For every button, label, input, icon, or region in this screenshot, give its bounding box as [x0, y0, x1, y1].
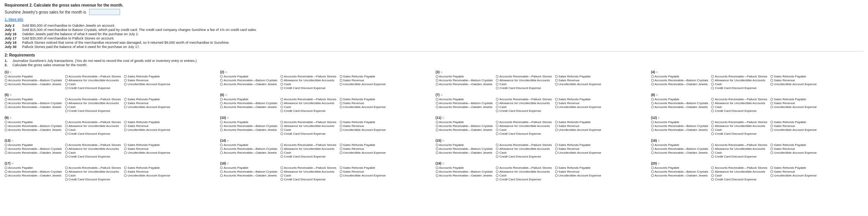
entry-8-col3-opt1[interactable]: Sales Refunds Payable: [770, 98, 816, 101]
entry-3-col2-opt3[interactable]: Cash: [496, 82, 552, 86]
entry-13-col2-opt1[interactable]: Accounts Receivable—Palluck Stones: [65, 143, 121, 147]
entry-4-col1-opt3[interactable]: Accounts Receivable—Oakden Jewels: [651, 82, 708, 86]
entry-2-col2-opt4[interactable]: Credit Card Discount Expense: [280, 86, 337, 90]
entry-5-col2-opt4[interactable]: Credit Card Discount Expense: [65, 109, 121, 113]
entry-6-col2-opt2[interactable]: Allowance for Uncollectible Accounts: [280, 101, 337, 105]
entry-8-col2-opt2[interactable]: Allowance for Uncollectible Accounts: [711, 101, 767, 105]
entry-17-col3-opt1[interactable]: Sales Refunds Payable: [124, 166, 170, 170]
entry-3-col1-opt2[interactable]: Accounts Receivable—Batson Crystals: [436, 79, 493, 82]
entry-7-col3-opt3[interactable]: Uncollectible-Account Expense: [555, 105, 601, 109]
entry-7-col1-opt1[interactable]: Accounts Payable: [436, 98, 493, 101]
entry-12-col1-opt3[interactable]: Accounts Receivable—Oakden Jewels: [651, 128, 708, 132]
entry-5-col1-opt1[interactable]: Accounts Payable: [5, 98, 62, 101]
entry-11-col3-opt1[interactable]: Sales Refunds Payable: [555, 120, 601, 124]
entry-2-col1-opt3[interactable]: Accounts Receivable—Oakden Jewels: [220, 82, 277, 86]
entry-10-col3-opt3[interactable]: Uncollectible-Account Expense: [340, 128, 386, 132]
entry-17-col2-opt4[interactable]: Credit Card Discount Expense: [65, 178, 121, 181]
entry-2-col3-opt1[interactable]: Sales Refunds Payable: [340, 75, 386, 78]
entry-1-col1-opt1[interactable]: Accounts Payable: [5, 75, 62, 78]
entry-20-col3-opt2[interactable]: Sales Revenue: [770, 170, 816, 173]
entry-15-col2-opt4[interactable]: Credit Card Discount Expense: [496, 155, 552, 158]
entry-10-col2-opt2[interactable]: Allowance for Uncollectible Accounts: [280, 124, 337, 128]
entry-7-col1-opt3[interactable]: Accounts Receivable—Oakden Jewels: [436, 105, 493, 109]
entry-17-col1-opt3[interactable]: Accounts Receivable—Oakden Jewels: [5, 174, 62, 177]
entry-3-col3-opt2[interactable]: Sales Revenue: [555, 79, 601, 82]
entry-6-col1-opt1[interactable]: Accounts Payable: [220, 98, 277, 101]
entry-11-col2-opt1[interactable]: Accounts Receivable—Palluck Stones: [496, 120, 552, 124]
entry-6-col2-opt4[interactable]: Credit Card Discount Expense: [280, 109, 337, 113]
entry-16-col3-opt3[interactable]: Uncollectible-Account Expense: [770, 151, 816, 154]
entry-11-col2-opt3[interactable]: Cash: [496, 128, 552, 132]
entry-4-col3-opt3[interactable]: Uncollectible-Account Expense: [770, 82, 816, 86]
entry-9-col3-opt3[interactable]: Uncollectible-Account Expense: [124, 128, 170, 132]
entry-18-col2-opt1[interactable]: Accounts Receivable—Palluck Stones: [280, 166, 337, 170]
entry-11-col2-opt4[interactable]: Credit Card Discount Expense: [496, 132, 552, 135]
entry-5-col1-opt2[interactable]: Accounts Receivable—Batson Crystals: [5, 101, 62, 105]
entry-10-col1-opt3[interactable]: Accounts Receivable—Oakden Jewels: [220, 128, 277, 132]
entry-19-col1-opt2[interactable]: Accounts Receivable—Batson Crystals: [436, 170, 493, 173]
entry-15-col3-opt1[interactable]: Sales Refunds Payable: [555, 143, 601, 147]
entry-20-col2-opt4[interactable]: Credit Card Discount Expense: [711, 178, 767, 181]
entry-1-col1-opt3[interactable]: Accounts Receivable—Oakden Jewels: [5, 82, 62, 86]
entry-3-col3-opt1[interactable]: Sales Refunds Payable: [555, 75, 601, 78]
entry-2-col3-opt3[interactable]: Uncollectible-Account Expense: [340, 82, 386, 86]
entry-2-col1-opt1[interactable]: Accounts Payable: [220, 75, 277, 78]
entry-17-col2-opt2[interactable]: Allowance for Uncollectible Accounts: [65, 170, 121, 173]
entry-9-col3-opt1[interactable]: Sales Refunds Payable: [124, 120, 170, 124]
entry-10-col1-opt1[interactable]: Accounts Payable: [220, 120, 277, 124]
entry-7-col2-opt4[interactable]: Credit Card Discount Expense: [496, 109, 552, 113]
entry-13-col3-opt3[interactable]: Uncollectible-Account Expense: [124, 151, 170, 154]
entry-5-col1-opt3[interactable]: Accounts Receivable—Oakden Jewels: [5, 105, 62, 109]
entry-12-col3-opt3[interactable]: Uncollectible-Account Expense: [770, 128, 816, 132]
entry-18-col3-opt3[interactable]: Uncollectible-Account Expense: [340, 174, 386, 177]
entry-17-col1-opt2[interactable]: Accounts Receivable—Batson Crystals: [5, 170, 62, 173]
entry-5-col2-opt3[interactable]: Cash: [65, 105, 121, 109]
entry-7-col3-opt1[interactable]: Sales Refunds Payable: [555, 98, 601, 101]
entry-18-col1-opt2[interactable]: Accounts Receivable—Batson Crystals: [220, 170, 277, 173]
entry-16-col3-opt2[interactable]: Sales Revenue: [770, 147, 816, 151]
entry-17-col2-opt3[interactable]: Cash: [65, 174, 121, 177]
entry-9-col2-opt2[interactable]: Allowance for Uncollectible Accounts: [65, 124, 121, 128]
entry-9-col1-opt2[interactable]: Accounts Receivable—Batson Crystals: [5, 124, 62, 128]
entry-5-col3-opt3[interactable]: Uncollectible-Account Expense: [124, 105, 170, 109]
entry-8-col2-opt1[interactable]: Accounts Receivable—Palluck Stones: [711, 98, 767, 101]
entry-2-col2-opt3[interactable]: Cash: [280, 82, 337, 86]
entry-6-col1-opt2[interactable]: Accounts Receivable—Batson Crystals: [220, 101, 277, 105]
entry-12-col3-opt1[interactable]: Sales Refunds Payable: [770, 120, 816, 124]
entry-13-col1-opt1[interactable]: Accounts Payable: [5, 143, 62, 147]
entry-20-col2-opt1[interactable]: Accounts Receivable—Palluck Stones: [711, 166, 767, 170]
entry-4-col1-opt2[interactable]: Accounts Receivable—Batson Crystals: [651, 79, 708, 82]
entry-15-col3-opt2[interactable]: Sales Revenue: [555, 147, 601, 151]
entry-14-col1-opt1[interactable]: Accounts Payable: [220, 143, 277, 147]
entry-14-col3-opt1[interactable]: Sales Refunds Payable: [340, 143, 386, 147]
entry-11-col1-opt3[interactable]: Accounts Receivable—Oakden Jewels: [436, 128, 493, 132]
entry-6-col2-opt3[interactable]: Cash: [280, 105, 337, 109]
entry-10-col1-opt2[interactable]: Accounts Receivable—Batson Crystals: [220, 124, 277, 128]
entry-20-col3-opt3[interactable]: Uncollectible-Account Expense: [770, 174, 816, 177]
entry-16-col2-opt4[interactable]: Credit Card Discount Expense: [711, 155, 767, 158]
entry-9-col1-opt3[interactable]: Accounts Receivable—Oakden Jewels: [5, 128, 62, 132]
entry-20-col1-opt1[interactable]: Accounts Payable: [651, 166, 708, 170]
entry-7-col3-opt2[interactable]: Sales Revenue: [555, 101, 601, 105]
entry-13-col2-opt3[interactable]: Cash: [65, 151, 121, 154]
entry-20-col1-opt3[interactable]: Accounts Receivable—Oakden Jewels: [651, 174, 708, 177]
entry-6-col3-opt2[interactable]: Sales Revenue: [340, 101, 386, 105]
entry-19-col3-opt3[interactable]: Uncollectible-Account Expense: [555, 174, 601, 177]
entry-13-col2-opt2[interactable]: Allowance for Uncollectible Accounts: [65, 147, 121, 151]
entry-17-col3-opt2[interactable]: Sales Revenue: [124, 170, 170, 173]
entry-16-col1-opt2[interactable]: Accounts Receivable—Batson Crystals: [651, 147, 708, 151]
entry-17-col1-opt1[interactable]: Accounts Payable: [5, 166, 62, 170]
entry-14-col2-opt3[interactable]: Cash: [280, 151, 337, 154]
gross-sales-input[interactable]: [89, 9, 120, 15]
entry-4-col3-opt1[interactable]: Sales Refunds Payable: [770, 75, 816, 78]
entry-11-col1-opt1[interactable]: Accounts Payable: [436, 120, 493, 124]
entry-4-col3-opt2[interactable]: Sales Revenue: [770, 79, 816, 82]
entry-12-col1-opt1[interactable]: Accounts Payable: [651, 120, 708, 124]
entry-18-col2-opt4[interactable]: Credit Card Discount Expense: [280, 178, 337, 181]
entry-20-col3-opt1[interactable]: Sales Refunds Payable: [770, 166, 816, 170]
entry-10-col2-opt1[interactable]: Accounts Receivable—Palluck Stones: [280, 120, 337, 124]
more-info-link[interactable]: 1: More Info: [5, 17, 863, 21]
entry-1-col2-opt1[interactable]: Accounts Receivable—Palluck Stones: [65, 75, 121, 78]
entry-8-col2-opt3[interactable]: Cash: [711, 105, 767, 109]
entry-20-col1-opt2[interactable]: Accounts Receivable—Batson Crystals: [651, 170, 708, 173]
